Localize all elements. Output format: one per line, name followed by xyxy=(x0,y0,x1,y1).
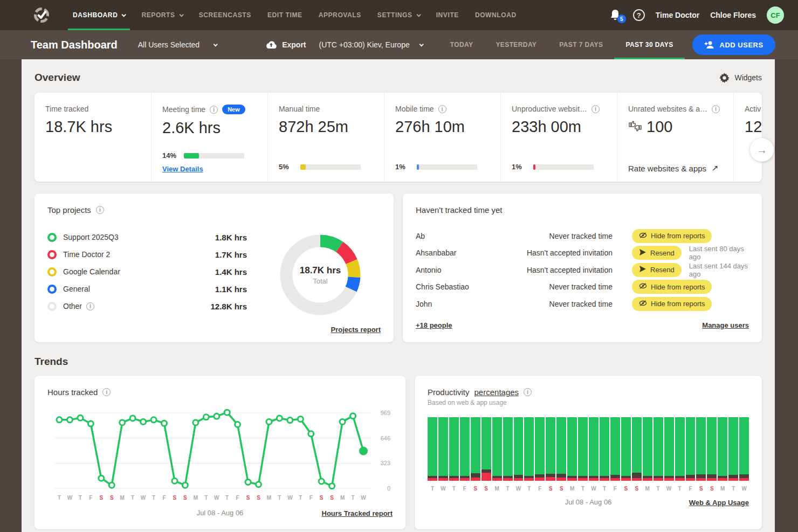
person-status: Hasn't accepted invitation xyxy=(513,266,613,274)
chevron-down-icon xyxy=(214,42,218,46)
day-label: F xyxy=(460,486,470,492)
project-name: Other xyxy=(63,302,82,310)
info-icon[interactable] xyxy=(210,106,218,114)
hide-from-reports-button[interactable]: Hide from reports xyxy=(632,229,712,243)
info-icon[interactable] xyxy=(102,388,111,396)
productivity-bar xyxy=(492,417,502,481)
info-icon[interactable] xyxy=(524,388,532,396)
day-label: S xyxy=(632,486,642,492)
info-icon[interactable] xyxy=(96,206,104,214)
svg-text:S: S xyxy=(257,495,260,501)
svg-text:T: T xyxy=(152,495,155,501)
more-people-link[interactable]: +18 people xyxy=(416,321,452,329)
stat-label: Manual time xyxy=(279,105,320,113)
svg-text:M: M xyxy=(120,495,125,501)
svg-text:T: T xyxy=(204,495,208,501)
widgets-button[interactable]: Widgets xyxy=(719,73,762,83)
stat-label: Activ xyxy=(745,105,761,113)
add-users-label: ADD USERS xyxy=(720,41,763,49)
main-menu: DASHBOARDREPORTSSCREENCASTSEDIT TIMEAPPR… xyxy=(65,0,525,30)
svg-text:S: S xyxy=(99,495,103,501)
user-filter-dropdown[interactable]: All Users Selected xyxy=(138,30,217,59)
new-badge: New xyxy=(222,105,245,114)
help-icon[interactable]: ? xyxy=(633,9,645,21)
stat-label: Time tracked xyxy=(45,105,88,113)
nav-item-approvals[interactable]: APPROVALS xyxy=(311,0,369,30)
svg-text:W: W xyxy=(214,495,219,501)
nav-item-download[interactable]: DOWNLOAD xyxy=(467,0,525,30)
day-label: T xyxy=(653,486,663,492)
productivity-bar xyxy=(610,417,620,481)
productivity-bar xyxy=(728,417,738,481)
productivity-bar xyxy=(524,417,534,481)
user-name[interactable]: Chloe Flores xyxy=(710,11,756,19)
eye-off-icon xyxy=(639,300,647,307)
productivity-bar xyxy=(546,417,555,481)
range-tab-today[interactable]: TODAY xyxy=(439,30,485,59)
time-doctor-logo[interactable] xyxy=(33,0,50,30)
day-label: T xyxy=(524,486,534,492)
productivity-bar xyxy=(739,417,749,481)
nav-item-reports[interactable]: REPORTS xyxy=(133,0,190,30)
stat-progress: 1% xyxy=(512,163,606,171)
hide-from-reports-button[interactable]: Hide from reports xyxy=(632,280,712,294)
top-projects-card: Top projects Support 2025Q31.8K hrsTime … xyxy=(35,194,394,342)
manage-users-link[interactable]: Manage users xyxy=(702,321,749,329)
productivity-bar xyxy=(535,417,545,481)
notification-bell[interactable]: 5 xyxy=(609,9,622,22)
day-label: S xyxy=(621,486,631,492)
export-label: Export xyxy=(282,40,306,49)
chevron-down-icon xyxy=(416,12,421,17)
productivity-bar-chart xyxy=(428,417,749,481)
productivity-bar xyxy=(481,417,491,481)
resend-button[interactable]: Resend xyxy=(632,263,682,277)
productivity-title-percentages[interactable]: percentages xyxy=(474,388,519,397)
productivity-x-labels: TWTFSSMTWTFSSMTWTFSSMTWTFSSMTW xyxy=(428,486,749,492)
view-details-link[interactable]: View Details xyxy=(162,165,257,173)
page-title: Team Dashboard xyxy=(31,30,118,59)
nav-right: 5 ? Time Doctor Chloe Flores CF xyxy=(609,0,798,30)
workspace-name[interactable]: Time Doctor xyxy=(656,11,699,19)
info-icon[interactable] xyxy=(86,302,94,310)
info-icon[interactable] xyxy=(712,105,720,113)
not-tracked-row: JohnNever tracked timeHide from reports xyxy=(416,295,749,313)
export-button[interactable]: Export xyxy=(265,30,306,59)
project-hours: 1.7K hrs xyxy=(215,250,247,259)
productivity-bar xyxy=(449,417,459,481)
carousel-next-button[interactable]: → xyxy=(750,138,774,162)
project-legend-row: Google Calendar1.4K hrs xyxy=(47,263,247,280)
day-label: W xyxy=(514,486,524,492)
chevron-down-icon xyxy=(179,12,183,17)
nav-item-dashboard[interactable]: DASHBOARD xyxy=(65,0,133,30)
arrow-up-right-icon: ↗ xyxy=(712,163,719,173)
project-color-ring xyxy=(47,233,57,242)
hours-tracked-title: Hours tracked xyxy=(47,388,98,397)
avatar[interactable]: CF xyxy=(767,6,784,24)
info-icon[interactable] xyxy=(438,105,446,113)
range-tab-yesterday[interactable]: YESTERDAY xyxy=(484,30,548,59)
timezone-dropdown[interactable]: (UTC +03:00) Kiev, Europe xyxy=(319,30,423,59)
rate-websites-link[interactable]: Rate websites & apps↗ xyxy=(628,163,723,173)
hours-report-link[interactable]: Hours Tracked report xyxy=(322,509,393,517)
stat-card-5: Unrated websites & a…100Rate websites & … xyxy=(617,93,733,182)
nav-item-edit-time[interactable]: EDIT TIME xyxy=(259,0,311,30)
stat-percent: 1% xyxy=(395,163,410,171)
nav-item-settings[interactable]: SETTINGS xyxy=(369,0,428,30)
svg-text:969: 969 xyxy=(381,410,390,416)
web-app-usage-link[interactable]: Web & App Usage xyxy=(689,499,749,507)
info-icon[interactable] xyxy=(591,105,600,113)
add-users-button[interactable]: ADD USERS xyxy=(692,34,775,55)
hours-tracked-card: Hours tracked 9696463230TWTFSSMTWTFSSMTW… xyxy=(35,376,405,529)
hide-from-reports-button[interactable]: Hide from reports xyxy=(632,297,712,311)
stat-percent: 1% xyxy=(512,163,527,171)
projects-legend: Support 2025Q31.8K hrsTime Doctor 21.7K … xyxy=(47,229,252,321)
project-name: Time Doctor 2 xyxy=(63,250,110,259)
range-tab-past-7-days[interactable]: PAST 7 DAYS xyxy=(548,30,614,59)
nav-item-screencasts[interactable]: SCREENCASTS xyxy=(191,0,259,30)
productivity-bar xyxy=(578,417,588,481)
range-tab-past-30-days[interactable]: PAST 30 DAYS xyxy=(614,30,684,59)
productivity-bar xyxy=(460,417,470,481)
nav-item-invite[interactable]: INVITE xyxy=(428,0,467,30)
projects-report-link[interactable]: Projects report xyxy=(331,326,381,334)
resend-button[interactable]: Resend xyxy=(632,246,682,260)
